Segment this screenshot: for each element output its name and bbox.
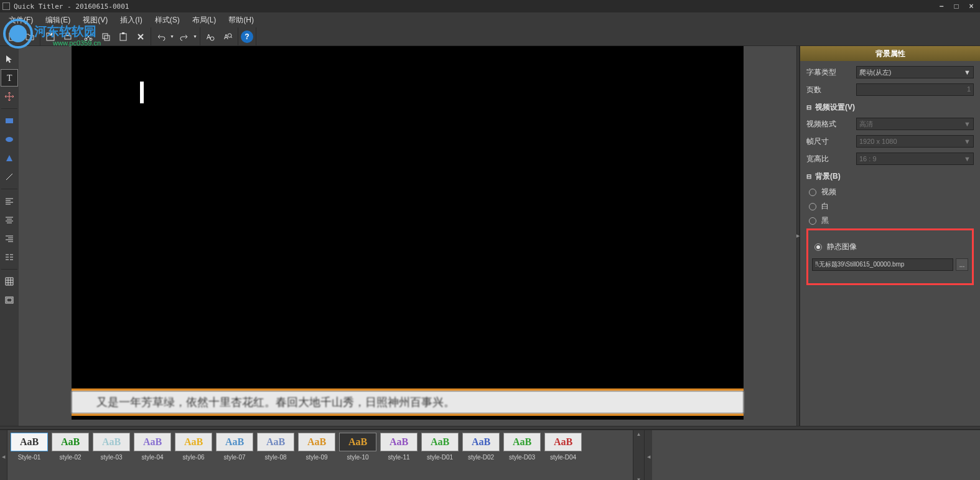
close-button[interactable]: × — [965, 1, 978, 11]
svg-rect-2 — [49, 33, 52, 35]
app-icon — [2, 2, 10, 10]
cut-button[interactable] — [81, 29, 96, 44]
open-button[interactable] — [22, 29, 37, 44]
svg-rect-4 — [66, 33, 70, 35]
triangle-tool[interactable] — [1, 149, 18, 167]
style-item-style-D02[interactable]: AaBstyle-D02 — [462, 433, 500, 480]
bg-white-radio[interactable]: 白 — [809, 201, 974, 212]
bottom-right-toggle[interactable] — [645, 430, 652, 480]
style-item-style-07[interactable]: AaBstyle-07 — [215, 433, 254, 480]
canvas[interactable]: 又是一年芳草绿，依然十里杏花红。春回大地千山秀，日照神州百事兴。 — [72, 46, 744, 420]
svg-rect-0 — [9, 33, 16, 40]
titlebar: Quick Titler - 20160615-0001 − □ × — [0, 0, 980, 12]
subtitle-type-select[interactable]: 爬动(从左)▼ — [856, 66, 974, 78]
paste-button[interactable] — [116, 29, 131, 44]
style-item-style-09[interactable]: AaBstyle-09 — [297, 433, 336, 480]
subtitle-type-label: 字幕类型 — [806, 67, 856, 78]
background-section[interactable]: 背景(B) — [806, 171, 974, 182]
toolbar: ▼ ▼ A A ? — [0, 27, 980, 46]
text-cursor — [140, 82, 144, 103]
svg-point-12 — [210, 37, 214, 40]
frame-size-label: 帧尺寸 — [806, 136, 856, 147]
menubar: 文件(F) 编辑(E) 视图(V) 插入(I) 样式(S) 布局(L) 帮助(H… — [0, 12, 980, 27]
style-item-Style-01[interactable]: AaBStyle-01 — [10, 433, 49, 480]
styles-scrollbar[interactable]: ▲ ▼ — [633, 430, 644, 480]
svg-rect-3 — [65, 35, 71, 39]
redo-button[interactable]: ▼ — [177, 29, 197, 44]
menu-layout[interactable]: 布局(L) — [186, 15, 223, 26]
undo-button[interactable]: ▼ — [154, 29, 174, 44]
menu-file[interactable]: 文件(F) — [2, 15, 39, 26]
bottom-panel: AaBStyle-01AaBstyle-02AaBstyle-03AaBstyl… — [0, 430, 980, 480]
new-button[interactable] — [5, 29, 20, 44]
menu-help[interactable]: 帮助(H) — [222, 15, 260, 26]
highlight-box: 静态图像 !\无标题39\Still0615_00000.bmp ... — [806, 228, 974, 285]
align-center-tool[interactable] — [1, 211, 18, 228]
style-item-style-06[interactable]: AaBstyle-06 — [174, 433, 213, 480]
bg-video-radio[interactable]: 视频 — [809, 187, 974, 197]
style-item-style-08[interactable]: AaBstyle-08 — [256, 433, 295, 480]
text-tool[interactable]: T — [1, 69, 18, 87]
maximize-button[interactable]: □ — [950, 1, 963, 11]
menu-edit[interactable]: 编辑(E) — [39, 15, 77, 26]
svg-rect-10 — [122, 32, 124, 34]
align-left-tool[interactable] — [1, 192, 18, 210]
menu-insert[interactable]: 插入(I) — [114, 15, 148, 26]
style-item-style-D03[interactable]: AaBstyle-D03 — [503, 433, 541, 480]
svg-rect-7 — [103, 34, 108, 39]
pointer-tool[interactable] — [1, 50, 18, 68]
bottom-right-content — [652, 430, 980, 480]
video-settings-section[interactable]: 视频设置(V) — [806, 102, 974, 113]
svg-rect-16 — [6, 118, 13, 123]
canvas-container: 又是一年芳草绿，依然十里杏花红。春回大地千山秀，日照神州百事兴。 — [19, 46, 796, 426]
align-justify-tool[interactable] — [1, 248, 18, 266]
right-panel: 背景属性 字幕类型 爬动(从左)▼ 页数 1 视频设置(V) 视频格式 高清▼ … — [800, 46, 980, 426]
menu-style[interactable]: 样式(S) — [149, 15, 186, 26]
rectangle-tool[interactable] — [1, 112, 18, 129]
line-tool[interactable] — [1, 168, 18, 186]
aspect-label: 宽高比 — [806, 154, 856, 164]
styles-strip: AaBStyle-01AaBstyle-02AaBstyle-03AaBstyl… — [7, 430, 633, 480]
lower-third: 又是一年芳草绿，依然十里杏花红。春回大地千山秀，日照神州百事兴。 — [72, 388, 744, 420]
align-right-tool[interactable] — [1, 230, 18, 247]
ellipse-tool[interactable] — [1, 131, 18, 148]
bg-still-radio[interactable]: 静态图像 — [814, 242, 968, 252]
left-toolbar: T — [0, 46, 19, 426]
svg-rect-9 — [120, 34, 126, 40]
frame-size-select: 1920 x 1080▼ — [856, 135, 974, 148]
page-count-input[interactable]: 1 — [856, 83, 974, 96]
print-button[interactable] — [60, 29, 75, 44]
svg-text:T: T — [7, 73, 12, 83]
video-format-label: 视频格式 — [806, 119, 856, 129]
svg-rect-19 — [7, 298, 12, 302]
styles-toggle[interactable] — [0, 430, 7, 480]
style-item-style-04[interactable]: AaBstyle-04 — [133, 433, 172, 480]
page-count-label: 页数 — [806, 85, 856, 95]
style-item-style-02[interactable]: AaBstyle-02 — [51, 433, 90, 480]
style-item-style-03[interactable]: AaBstyle-03 — [92, 433, 131, 480]
svg-point-17 — [6, 137, 13, 142]
minimize-button[interactable]: − — [935, 1, 948, 11]
aspect-select: 16 : 9▼ — [856, 153, 974, 165]
style-item-style-10[interactable]: AaBstyle-10 — [338, 433, 377, 480]
menu-view[interactable]: 视图(V) — [77, 15, 114, 26]
window-title: Quick Titler - 20160615-0001 — [14, 2, 935, 11]
panel-title: 背景属性 — [800, 46, 980, 61]
move-tool[interactable] — [1, 88, 18, 105]
style-item-style-D04[interactable]: AaBstyle-D04 — [544, 433, 582, 480]
style-item-style-D01[interactable]: AaBstyle-D01 — [421, 433, 459, 480]
replace-text-button[interactable]: A — [220, 29, 235, 44]
grid-tool[interactable] — [1, 273, 18, 290]
copy-button[interactable] — [98, 29, 113, 44]
bg-black-radio[interactable]: 黑 — [809, 215, 974, 226]
help-button[interactable]: ? — [241, 31, 253, 43]
browse-button[interactable]: ... — [956, 258, 968, 271]
safe-area-tool[interactable] — [1, 291, 18, 309]
bg-path-input[interactable]: !\无标题39\Still0615_00000.bmp — [812, 258, 953, 271]
svg-rect-8 — [105, 35, 110, 40]
save-button[interactable] — [43, 29, 58, 44]
find-text-button[interactable]: A — [203, 29, 218, 44]
video-format-select: 高清▼ — [856, 118, 974, 130]
style-item-style-11[interactable]: AaBstyle-11 — [380, 433, 418, 480]
delete-button[interactable] — [133, 29, 148, 44]
